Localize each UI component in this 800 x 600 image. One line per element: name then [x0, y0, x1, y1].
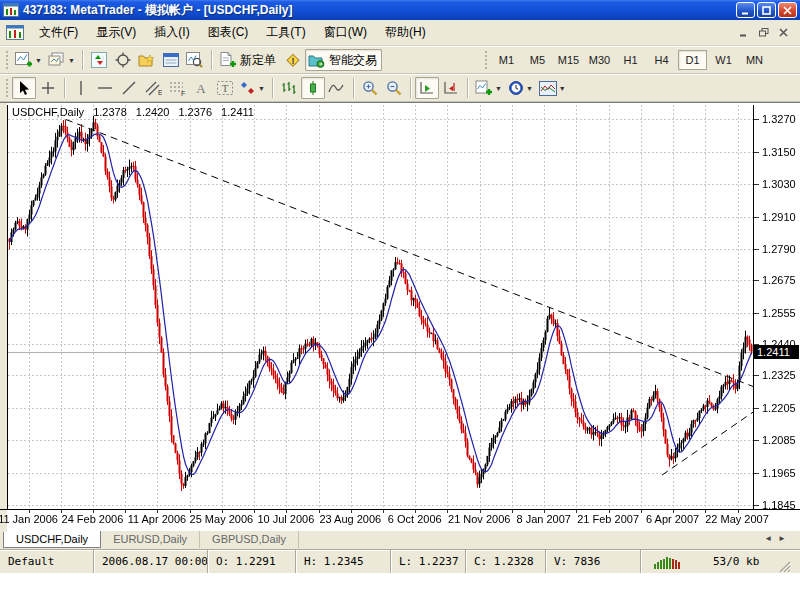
metatrader-window: 437183: MetaTrader - 模拟帐户 - [USDCHF,Dail… — [0, 0, 800, 573]
crosshair-button[interactable] — [36, 77, 60, 99]
text-label-button[interactable]: T — [213, 77, 237, 99]
menu-view[interactable]: 显示(V) — [87, 20, 145, 45]
tab-eurusd-daily[interactable]: EURUSD,Daily — [101, 531, 200, 548]
equidistant-channel-button[interactable]: E — [141, 77, 165, 99]
strategy-tester-button[interactable] — [183, 49, 207, 71]
line-chart-icon — [328, 80, 345, 96]
menu-file[interactable]: 文件(F) — [30, 20, 87, 45]
date-tick-label: 11 Apr 2006 — [120, 513, 194, 525]
periods-button[interactable]: ▼ — [505, 77, 536, 99]
tab-scroll-right-icon[interactable]: ► — [778, 533, 786, 545]
toolbar-grip[interactable] — [484, 50, 488, 70]
status-high-value: H: 1.2345 — [295, 550, 390, 573]
svg-text:!: ! — [291, 56, 294, 66]
market-watch-button[interactable] — [87, 49, 111, 71]
timeframe-mn[interactable]: MN — [740, 50, 769, 70]
template-icon — [539, 81, 557, 96]
ohlc-high: 1.2420 — [136, 106, 170, 118]
mdi-restore-button[interactable] — [755, 26, 772, 40]
mdi-close-button[interactable] — [775, 26, 792, 40]
templates-button[interactable]: ▼ — [536, 77, 569, 99]
zoom-out-button[interactable] — [382, 77, 406, 99]
fibonacci-icon: F — [169, 80, 186, 96]
navigator-button[interactable] — [135, 49, 159, 71]
zoom-in-button[interactable] — [358, 77, 382, 99]
mdi-minimize-button[interactable] — [735, 26, 752, 40]
menu-help[interactable]: 帮助(H) — [376, 20, 435, 45]
chart-window-icon — [6, 25, 24, 40]
drawing-toolbar: E F A T ▼ — [0, 74, 800, 102]
vertical-line-button[interactable] — [69, 77, 93, 99]
date-tick-label: 6 Oct 2006 — [378, 513, 452, 525]
horizontal-line-button[interactable] — [93, 77, 117, 99]
timeframe-m5[interactable]: M5 — [523, 50, 552, 70]
timeframe-h1[interactable]: H1 — [616, 50, 645, 70]
chart-shift-button[interactable] — [439, 77, 463, 99]
date-tick-label: 23 Aug 2006 — [313, 513, 387, 525]
timeframe-w1[interactable]: W1 — [709, 50, 738, 70]
menu-tools[interactable]: 工具(T) — [257, 20, 314, 45]
new-order-label: 新定单 — [238, 52, 278, 69]
status-low-value: L: 1.2237 — [390, 550, 465, 573]
terminal-icon — [163, 53, 179, 67]
chevron-down-icon: ▼ — [68, 57, 75, 64]
status-profile[interactable]: Default — [0, 550, 93, 573]
minimize-button[interactable] — [736, 2, 755, 18]
date-tick-label: 21 Feb 2007 — [571, 513, 645, 525]
cursor-button[interactable] — [12, 77, 36, 99]
timeframe-m30[interactable]: M30 — [585, 50, 614, 70]
terminal-button[interactable] — [159, 49, 183, 71]
app-icon — [3, 3, 19, 17]
indicators-icon — [475, 80, 493, 96]
svg-text:A: A — [196, 81, 206, 96]
expert-advisor-icon — [308, 53, 326, 68]
tab-gbpusd-daily[interactable]: GBPUSD,Daily — [200, 531, 299, 548]
menu-window[interactable]: 窗口(W) — [315, 20, 376, 45]
text-label-icon: T — [216, 80, 234, 96]
maximize-button[interactable] — [757, 2, 776, 18]
date-tick-label: 8 Jan 2007 — [507, 513, 581, 525]
chevron-down-icon: ▼ — [559, 85, 566, 92]
bar-chart-button[interactable] — [277, 77, 301, 99]
alert-button[interactable]: ! — [281, 49, 305, 71]
timeframe-h4[interactable]: H4 — [647, 50, 676, 70]
zoom-out-icon — [386, 80, 402, 96]
chevron-down-icon: ▼ — [35, 57, 42, 64]
toolbar-grip[interactable] — [5, 50, 9, 70]
chart-area: USDCHF,Daily1.23781.24201.23761.2411 1.3… — [0, 102, 800, 531]
new-chart-icon — [15, 52, 33, 68]
tab-usdchf-daily[interactable]: USDCHF,Daily — [3, 531, 101, 548]
trendline-button[interactable] — [117, 77, 141, 99]
data-window-button[interactable] — [111, 49, 135, 71]
timeframe-m1[interactable]: M1 — [492, 50, 521, 70]
profiles-button[interactable]: ▼ — [45, 49, 78, 71]
fibonacci-button[interactable]: F — [165, 77, 189, 99]
status-volume-value: V: 7836 — [545, 550, 640, 573]
arrows-button[interactable]: ▼ — [237, 77, 268, 99]
expert-advisors-button[interactable]: 智能交易 — [305, 49, 382, 71]
status-connection: 53/0 kb — [640, 550, 800, 573]
new-order-button[interactable]: 新定单 — [216, 49, 281, 71]
indicators-button[interactable]: ▼ — [472, 77, 505, 99]
toolbar-separator — [211, 50, 212, 70]
tab-scroll-controls: ◄ ► — [764, 531, 800, 545]
resize-grip-icon[interactable] — [777, 559, 791, 573]
toolbar-grip[interactable] — [5, 78, 9, 98]
bar-chart-icon — [281, 80, 297, 96]
candlestick-button[interactable] — [301, 77, 325, 99]
vertical-line-icon — [74, 80, 88, 96]
text-button[interactable]: A — [189, 77, 213, 99]
menu-insert[interactable]: 插入(I) — [145, 20, 198, 45]
auto-scroll-button[interactable] — [415, 77, 439, 99]
timeframe-d1[interactable]: D1 — [678, 50, 707, 70]
line-chart-button[interactable] — [325, 77, 349, 99]
tab-scroll-left-icon[interactable]: ◄ — [764, 533, 772, 545]
svg-text:F: F — [181, 90, 185, 96]
close-button[interactable] — [778, 2, 797, 18]
toolbar-separator — [82, 50, 83, 70]
warning-icon: ! — [284, 51, 302, 69]
date-axis[interactable]: 11 Jan 200624 Feb 200611 Apr 200625 May … — [0, 103, 800, 532]
menu-charts[interactable]: 图表(C) — [199, 20, 258, 45]
timeframe-m15[interactable]: M15 — [554, 50, 583, 70]
new-chart-button[interactable]: ▼ — [12, 49, 45, 71]
